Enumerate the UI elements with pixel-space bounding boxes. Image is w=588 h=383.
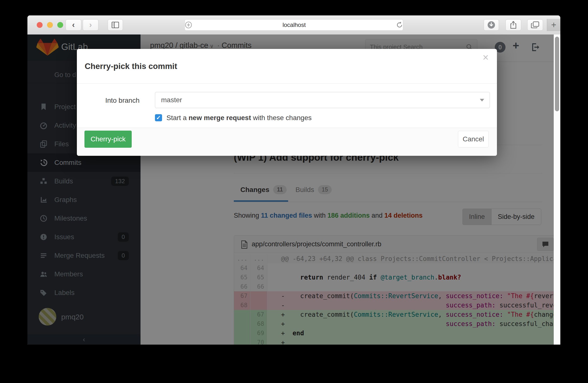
- modal-title: Cherry-pick this commit: [85, 62, 177, 71]
- branch-select[interactable]: master: [155, 92, 490, 108]
- close-window-button[interactable]: [37, 22, 42, 28]
- plus-circle-icon: [185, 21, 192, 29]
- cherry-pick-modal: × Cherry-pick this commit Into branch ma…: [77, 49, 497, 156]
- chevron-down-icon: [480, 99, 484, 101]
- cherry-pick-submit-button[interactable]: Cherry-pick: [84, 131, 132, 148]
- start-merge-request-checkbox[interactable]: ✓: [155, 114, 162, 121]
- tab-overview-button[interactable]: [527, 19, 543, 31]
- share-icon: [509, 21, 517, 29]
- sidebar-panel-icon: [112, 22, 119, 28]
- reload-icon[interactable]: [396, 21, 403, 29]
- zoom-window-button[interactable]: [57, 22, 63, 28]
- cancel-button[interactable]: Cancel: [458, 131, 489, 148]
- url-text: localhost: [192, 21, 396, 28]
- page-scrollbar[interactable]: [554, 35, 560, 345]
- forward-button[interactable]: ›: [83, 19, 98, 31]
- screenshot-root: ‹ › localhost: [0, 0, 588, 383]
- new-tab-button[interactable]: +: [547, 19, 560, 31]
- chevron-right-icon: ›: [89, 20, 92, 29]
- chevron-left-icon: ‹: [72, 20, 75, 29]
- browser-toolbar: ‹ › localhost: [27, 15, 560, 35]
- download-icon: [487, 21, 495, 29]
- browser-window: ‹ › localhost: [27, 15, 560, 345]
- branch-value: master: [161, 96, 182, 104]
- scrollbar-thumb[interactable]: [555, 37, 559, 111]
- tabs-icon: [531, 21, 539, 29]
- address-bar[interactable]: localhost: [185, 19, 403, 31]
- sidebar-toggle-button[interactable]: [108, 19, 123, 31]
- divider: [77, 83, 497, 84]
- modal-footer: Cherry-pick Cancel: [77, 128, 497, 156]
- downloads-button[interactable]: [484, 19, 499, 31]
- minimize-window-button[interactable]: [47, 22, 53, 28]
- back-button[interactable]: ‹: [66, 19, 81, 31]
- share-button[interactable]: [505, 19, 521, 31]
- into-branch-label: Into branch: [85, 96, 140, 104]
- checkbox-label: Start a new merge request with these cha…: [167, 114, 312, 122]
- close-icon[interactable]: ×: [483, 52, 489, 63]
